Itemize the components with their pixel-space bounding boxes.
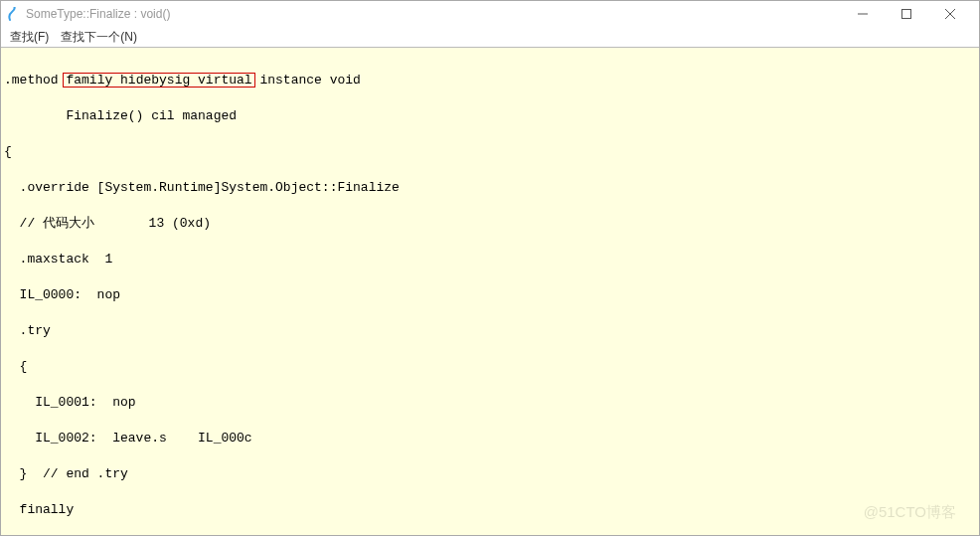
code-line: } // end .try xyxy=(4,465,976,483)
titlebar: SomeType::Finalize : void() xyxy=(0,0,980,28)
window-controls xyxy=(841,0,972,28)
maximize-button[interactable] xyxy=(885,0,928,28)
watermark: @51CTO博客 xyxy=(864,503,956,522)
code-line: Finalize() cil managed xyxy=(4,107,976,125)
code-viewer[interactable]: .method family hidebysig virtual instanc… xyxy=(0,48,980,536)
svg-rect-1 xyxy=(902,10,911,19)
code-line: .method family hidebysig virtual instanc… xyxy=(4,72,976,89)
code-line: .override [System.Runtime]System.Object:… xyxy=(4,179,976,197)
code-line: IL_0001: nop xyxy=(4,394,976,412)
app-icon xyxy=(6,7,20,21)
window-title: SomeType::Finalize : void() xyxy=(26,7,841,21)
menu-find-next[interactable]: 查找下一个(N) xyxy=(55,29,143,46)
menu-find[interactable]: 查找(F) xyxy=(4,29,55,46)
code-line: finally xyxy=(4,501,976,519)
close-button[interactable] xyxy=(928,0,972,28)
code-text: .method xyxy=(4,73,66,88)
code-line: { xyxy=(4,358,976,376)
menubar: 查找(F) 查找下一个(N) xyxy=(0,28,980,48)
minimize-button[interactable] xyxy=(841,0,885,28)
code-line: IL_0002: leave.s IL_000c xyxy=(4,430,976,447)
code-line: // 代码大小 13 (0xd) xyxy=(4,215,976,233)
code-text: instance void xyxy=(252,73,361,88)
code-line: { xyxy=(4,143,976,161)
code-line: .try xyxy=(4,322,976,340)
code-line: IL_0000: nop xyxy=(4,286,976,304)
code-line: .maxstack 1 xyxy=(4,251,976,268)
code-highlight-target: family hidebysig virtual xyxy=(66,73,251,88)
